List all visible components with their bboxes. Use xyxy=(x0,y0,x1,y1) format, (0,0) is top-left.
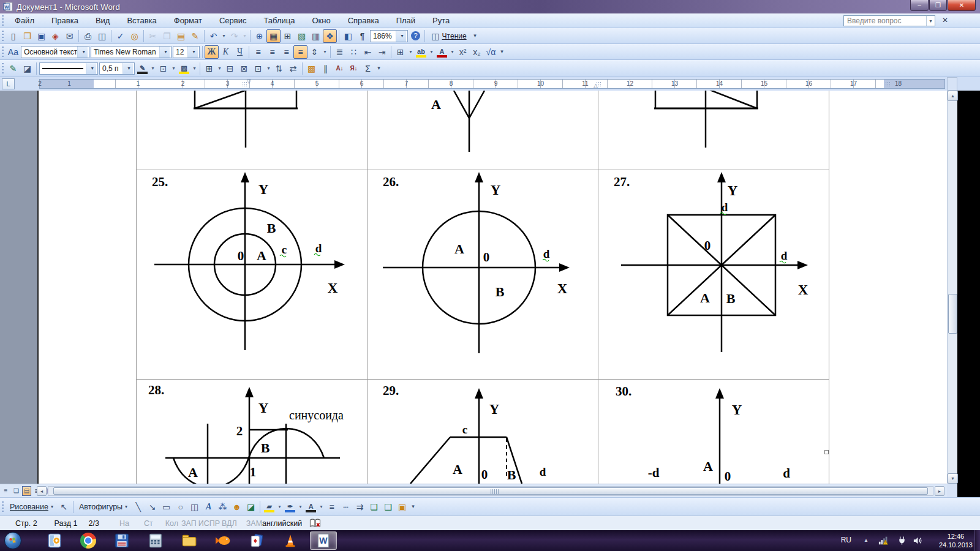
styles-button[interactable]: Аа xyxy=(6,45,20,59)
figure-26[interactable]: 26. Y A 0 B d X xyxy=(367,170,598,379)
figure-27[interactable]: 27. Y d 0 d X A B xyxy=(598,170,829,379)
horizontal-scroll-thumb[interactable] xyxy=(53,487,928,495)
menu-item[interactable]: Правка xyxy=(43,14,87,27)
taskbar-app-media-player[interactable] xyxy=(42,531,67,550)
minimize-button[interactable]: – xyxy=(910,0,929,11)
insert-table-dropdown[interactable]: ▾ xyxy=(216,62,223,75)
line-color-dropdown[interactable]: ▾ xyxy=(297,500,304,514)
print-preview-button[interactable]: ◫ xyxy=(95,29,109,43)
merge-cells-button[interactable]: ⊟ xyxy=(223,62,237,75)
frame-button[interactable]: ▣ xyxy=(395,500,409,514)
autosum-button[interactable]: Σ xyxy=(361,62,375,75)
taskbar-app-floppy[interactable] xyxy=(109,531,135,550)
insert-hyperlink-button[interactable]: ⊕ xyxy=(252,29,266,43)
vertical-scrollbar[interactable]: ▲ ▼ xyxy=(947,91,957,484)
menu-item[interactable]: Рута xyxy=(424,14,458,27)
volume-icon[interactable] xyxy=(913,536,922,545)
underline-button[interactable]: Ч xyxy=(233,45,247,59)
toolbar-options[interactable]: ▾ xyxy=(375,62,383,75)
text-direction-button[interactable]: ∥ xyxy=(318,62,333,75)
figure-30[interactable]: 30. Y -d A 0 d xyxy=(598,379,829,484)
font-color-dropdown[interactable]: ▾ xyxy=(449,45,456,59)
font-combo[interactable]: Times New Roman xyxy=(91,46,172,58)
fill-color-button[interactable]: ▰ xyxy=(262,500,276,514)
save-button[interactable]: ▣ xyxy=(34,29,48,43)
open-button[interactable]: ❒ xyxy=(20,29,34,43)
figure-25[interactable]: 25. Y X 0 A B c d xyxy=(136,170,367,379)
toolbar-options[interactable]: ▾ xyxy=(498,45,506,59)
cut-button[interactable]: ✂ xyxy=(146,29,160,43)
arrow-button[interactable]: ↘ xyxy=(145,500,159,514)
toolbar-grip[interactable] xyxy=(2,63,4,74)
cell-align-dropdown[interactable]: ▾ xyxy=(265,62,272,75)
insert-table-button[interactable]: ⊞ xyxy=(281,29,295,43)
menu-item[interactable]: Формат xyxy=(165,14,211,27)
horizontal-ruler[interactable]: 21 123456789101112131415161718 ▽ △ xyxy=(39,79,945,89)
power-plug-icon[interactable] xyxy=(897,536,907,545)
spelling-status-icon[interactable] xyxy=(309,519,322,528)
scroll-right-button[interactable]: ► xyxy=(935,486,944,496)
outside-border-button[interactable]: ⊡ xyxy=(156,62,170,75)
picture-button[interactable]: ◪ xyxy=(244,500,258,514)
figure-top-middle[interactable]: A xyxy=(367,91,598,170)
menu-item[interactable]: Вид xyxy=(87,14,119,27)
line-weight-combo[interactable]: 0,5 п xyxy=(99,62,135,75)
decrease-indent-button[interactable]: ⇤ xyxy=(361,45,375,59)
research-button[interactable]: ◎ xyxy=(127,29,141,43)
scrollbar-split-box[interactable] xyxy=(947,77,957,91)
taskbar-app-file-manager[interactable] xyxy=(176,531,202,550)
rectangle-button[interactable]: ▭ xyxy=(159,500,173,514)
show-paragraph-button[interactable]: ¶ xyxy=(355,29,369,43)
distribute-rows-button[interactable]: ⇅ xyxy=(272,62,286,75)
left-indent-marker[interactable]: △ xyxy=(594,83,598,89)
line-style-button[interactable]: ≡ xyxy=(325,500,339,514)
question-input[interactable]: Введите вопрос ▾ xyxy=(843,15,935,26)
copy-button[interactable]: ❐ xyxy=(160,29,174,43)
threed-button[interactable]: ❑ xyxy=(381,500,395,514)
insert-excel-button[interactable]: ▧ xyxy=(295,29,309,43)
dash-style-button[interactable]: ┄ xyxy=(339,500,353,514)
line-color-button[interactable]: ✒ xyxy=(283,500,297,514)
justify-button[interactable]: ≡ xyxy=(293,45,307,59)
align-right-button[interactable]: ≡ xyxy=(279,45,293,59)
insert-table-button[interactable]: ⊞ xyxy=(202,62,216,75)
taskbar-app-chrome[interactable] xyxy=(75,531,101,550)
document-map-button[interactable]: ◧ xyxy=(341,29,355,43)
menu-item[interactable]: Сервис xyxy=(211,14,255,27)
network-warning-icon[interactable]: ! xyxy=(878,536,889,545)
shadow-button[interactable]: ❏ xyxy=(367,500,381,514)
paste-button[interactable]: ▤ xyxy=(174,29,188,43)
line-spacing-button[interactable]: ⇕ xyxy=(307,45,322,59)
italic-button[interactable]: К xyxy=(219,45,233,59)
taskbar-app-vlc[interactable] xyxy=(277,531,303,550)
taskbar-app-solitaire[interactable] xyxy=(244,531,270,550)
align-center-button[interactable]: ≡ xyxy=(265,45,279,59)
figure-top-left[interactable] xyxy=(136,91,367,170)
web-layout-button[interactable]: ❏ xyxy=(12,486,21,496)
line-style-combo[interactable] xyxy=(39,62,98,75)
shading-button[interactable]: ▨ xyxy=(177,62,191,75)
undo-dropdown[interactable]: ▾ xyxy=(221,29,227,43)
superscript-button[interactable]: x² xyxy=(456,45,470,59)
diagram-button[interactable]: ⁂ xyxy=(216,500,230,514)
menu-item[interactable]: Окно xyxy=(303,14,339,27)
style-combo[interactable]: Основной текст xyxy=(21,46,89,58)
print-button[interactable]: ⎙ xyxy=(81,29,95,43)
figure-top-right[interactable] xyxy=(598,91,829,170)
sort-descending-button[interactable]: Я↓ xyxy=(347,62,361,75)
taskbar-app-calculator[interactable] xyxy=(143,531,168,550)
sort-ascending-button[interactable]: А↓ xyxy=(333,62,347,75)
highlight-button[interactable]: ab xyxy=(414,45,428,59)
taskbar-app-word[interactable]: W xyxy=(310,531,337,550)
subscript-button[interactable]: x₂ xyxy=(470,45,484,59)
select-objects-button[interactable]: ↖ xyxy=(57,500,71,514)
menu-item[interactable]: Плай xyxy=(388,14,424,27)
toolbar-grip[interactable] xyxy=(2,15,4,26)
bold-button[interactable]: Ж xyxy=(205,45,219,59)
bullet-list-button[interactable]: ∷ xyxy=(347,45,361,59)
scroll-down-button[interactable]: ▼ xyxy=(948,473,958,484)
vertical-scroll-thumb[interactable] xyxy=(948,294,957,334)
font-size-combo[interactable]: 12 xyxy=(173,46,200,58)
first-line-indent-marker[interactable]: ▽ xyxy=(247,78,251,84)
drawing-menu-button[interactable]: Рисование xyxy=(6,501,57,512)
